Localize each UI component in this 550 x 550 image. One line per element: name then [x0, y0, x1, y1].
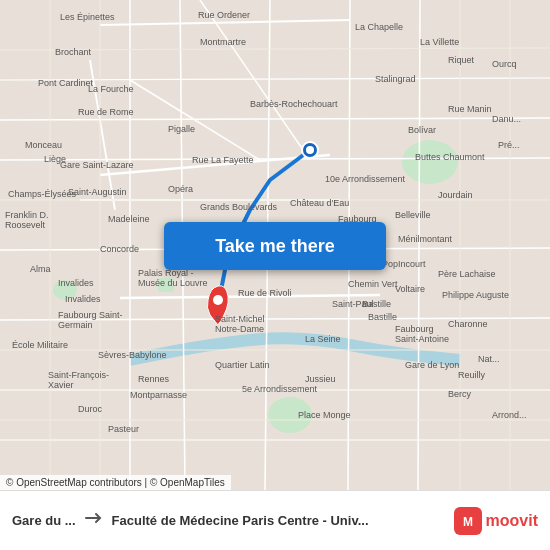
label-danu: Danu... [492, 114, 521, 124]
label-faubourg-saint-antoine2: Saint-Antoine [395, 334, 449, 344]
label-jussieu: Jussieu [305, 374, 336, 384]
label-alma: Alma [30, 264, 51, 274]
label-fsg2: Germain [58, 320, 93, 330]
label-belleville: Belleville [395, 210, 431, 220]
label-chateau-eau: Château d'Eau [290, 198, 349, 208]
label-rue-manin: Rue Manin [448, 104, 492, 114]
label-quartier-latin: Quartier Latin [215, 360, 270, 370]
origin-inner [306, 146, 314, 154]
label-montparnasse: Montparnasse [130, 390, 187, 400]
svg-point-1 [402, 140, 458, 184]
bottom-bar: Gare du ... Faculté de Médecine Paris Ce… [0, 490, 550, 550]
label-rue-lafayette: Rue La Fayette [192, 155, 254, 165]
label-arrond: Arrond... [492, 410, 527, 420]
label-brochant: Brochant [55, 47, 92, 57]
label-rennes: Rennes [138, 374, 170, 384]
label-rue-ordener: Rue Ordener [198, 10, 250, 20]
route-to: Faculté de Médecine Paris Centre - Univ.… [112, 513, 454, 528]
label-buttes-chaumont: Buttes Chaumont [415, 152, 485, 162]
label-pasteur: Pasteur [108, 424, 139, 434]
label-liege: Liège [44, 154, 66, 164]
label-pere-lachaise: Père Lachaise [438, 269, 496, 279]
label-la-fourche: La Fourche [88, 84, 134, 94]
map-attribution: © OpenStreetMap contributors | © OpenMap… [0, 475, 231, 490]
label-montmartre: Montmartre [200, 37, 246, 47]
label-voltaire: Voltaire [395, 284, 425, 294]
destination-inner [213, 295, 223, 305]
label-champs-elysees: Champs-Élysées [8, 189, 77, 199]
label-saint-francois2: Xavier [48, 380, 74, 390]
label-barbes: Barbès-Rochechouart [250, 99, 338, 109]
label-bolivar: Bolívar [408, 125, 436, 135]
label-gare-de-lyon: Gare de Lyon [405, 360, 459, 370]
button-label: Take me there [215, 236, 335, 257]
label-rue-rivoli: Rue de Rivoli [238, 288, 292, 298]
label-saint-michel: Saint-Michel [215, 314, 265, 324]
svg-text:M: M [463, 515, 473, 529]
label-la-chapelle: La Chapelle [355, 22, 403, 32]
label-grands-boulevards: Grands Boulevards [200, 202, 278, 212]
label-saint-francois: Saint-François- [48, 370, 109, 380]
label-5e: 5e Arrondissement [242, 384, 318, 394]
label-saint-augustin: Saint-Augustin [68, 187, 127, 197]
label-invalides2: Invalides [65, 294, 101, 304]
label-faubourg-saint-antoine: Faubourg [395, 324, 434, 334]
label-fsg: Faubourg Saint- [58, 310, 123, 320]
label-duroc: Duroc [78, 404, 103, 414]
label-saint-paul: Saint-Paul [332, 299, 374, 309]
moovit-text: moovit [486, 512, 538, 530]
label-rue-rome: Rue de Rome [78, 107, 134, 117]
arrow-icon [84, 510, 104, 526]
label-bercy: Bercy [448, 389, 472, 399]
label-riquet: Riquet [448, 55, 475, 65]
label-invalides: Invalides [58, 278, 94, 288]
label-reuilly: Reuilly [458, 370, 486, 380]
moovit-logo: M moovit [454, 507, 538, 535]
label-chemin-vert: Chemin Vert [348, 279, 398, 289]
label-philippe-auguste: Philippe Auguste [442, 290, 509, 300]
label-10e: 10e Arrondissement [325, 174, 406, 184]
label-epinettes: Les Épinettes [60, 12, 115, 22]
label-palais-royal2: Musée du Louvre [138, 278, 208, 288]
label-franklin2: Roosevelt [5, 220, 46, 230]
label-ourcq: Ourcq [492, 59, 517, 69]
label-menilmontant: Ménilmontant [398, 234, 453, 244]
label-sevres: Sèvres-Babylone [98, 350, 167, 360]
label-concorde: Concorde [100, 244, 139, 254]
label-madeleine: Madeleine [108, 214, 150, 224]
label-saint-michel2: Notre-Dame [215, 324, 264, 334]
route-from: Gare du ... [12, 513, 76, 528]
label-pont-cardinet: Pont Cardinet [38, 78, 94, 88]
label-pre: Pré... [498, 140, 520, 150]
label-la-seine: La Seine [305, 334, 341, 344]
label-ecole-militaire: École Militaire [12, 340, 68, 350]
map-container: Les Épinettes Brochant Montmartre La Cha… [0, 0, 550, 490]
moovit-icon: M [454, 507, 482, 535]
label-bastille2: Bastille [368, 312, 397, 322]
label-saint-lazare: Gare Saint-Lazare [60, 160, 134, 170]
label-franklin: Franklin D. [5, 210, 49, 220]
label-nat: Nat... [478, 354, 500, 364]
take-me-there-button[interactable]: Take me there [164, 222, 386, 270]
label-la-villette: La Villette [420, 37, 459, 47]
label-pigalle: Pigalle [168, 124, 195, 134]
label-charonne: Charonne [448, 319, 488, 329]
label-popincourt: PopIncourt [382, 259, 426, 269]
label-jourdain: Jourdain [438, 190, 473, 200]
label-stalingrad: Stalingrad [375, 74, 416, 84]
label-monceau: Monceau [25, 140, 62, 150]
route-arrow [84, 510, 104, 531]
label-opera: Opéra [168, 184, 193, 194]
label-place-monge: Place Monge [298, 410, 351, 420]
